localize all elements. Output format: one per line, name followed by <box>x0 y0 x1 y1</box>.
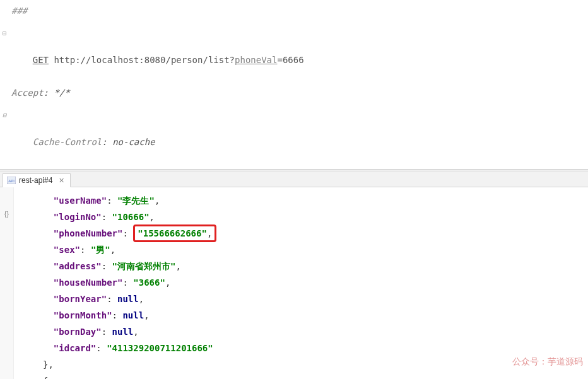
braces-icon[interactable]: {} <box>0 210 13 218</box>
header-cache-key: Cache-Control <box>33 137 102 147</box>
fold-open-icon[interactable]: ⊟ <box>3 25 6 42</box>
response-tab[interactable]: API rest-api#4 ✕ <box>3 173 71 187</box>
response-output-pane: {} "userName": "李先生", "loginNo": "10666"… <box>0 187 588 379</box>
header-accept-key: Accept <box>11 88 44 98</box>
svg-text:API: API <box>8 179 15 183</box>
fold-close-icon[interactable]: ⊟ <box>3 107 6 124</box>
equals-sign: = <box>277 55 282 65</box>
response-json-body[interactable]: "userName": "李先生", "loginNo": "10666", "… <box>14 187 588 379</box>
hash-separator: ### <box>11 6 27 16</box>
output-gutter: {} <box>0 187 14 379</box>
response-panel-header: API rest-api#4 ✕ <box>0 172 588 187</box>
api-file-icon: API <box>7 177 16 184</box>
header-cache-value: : no-cache <box>102 137 155 147</box>
header-accept-value: : */* <box>44 88 70 98</box>
query-param-key: phoneVal <box>235 55 277 65</box>
editor-request-area[interactable]: ### ⊟ GET http://localhost:8080/person/l… <box>0 0 588 170</box>
response-tab-label: rest-api#4 <box>19 176 52 185</box>
close-icon[interactable]: ✕ <box>57 177 65 184</box>
query-param-value: 6666 <box>283 55 304 65</box>
http-url: http://localhost:8080/person/list? <box>49 55 235 65</box>
http-method: GET <box>33 55 49 65</box>
